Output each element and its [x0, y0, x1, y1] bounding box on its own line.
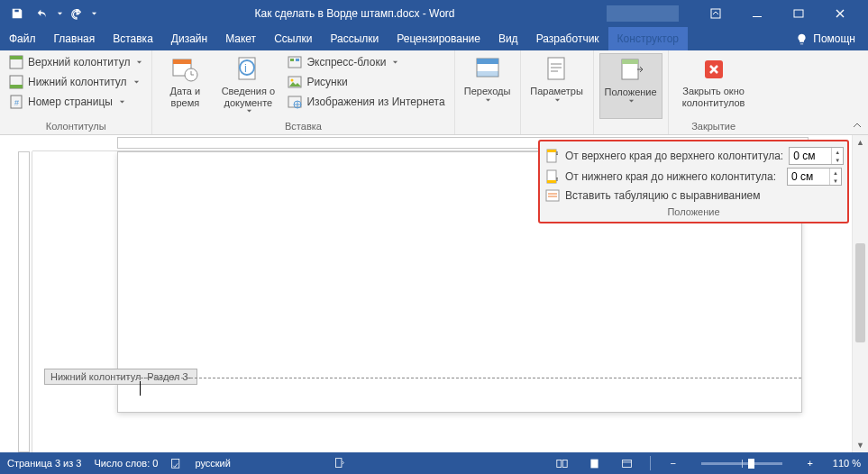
zoom-out-button[interactable]: −	[663, 455, 683, 471]
account-area[interactable]	[607, 5, 679, 22]
svg-point-19	[291, 79, 294, 82]
svg-rect-27	[622, 59, 638, 64]
svg-rect-17	[296, 59, 299, 61]
online-pictures-button[interactable]: Изображения из Интернета	[284, 93, 448, 111]
svg-rect-10	[173, 59, 191, 64]
footer-boundary	[118, 378, 801, 378]
ribbon-options-button[interactable]	[700, 2, 731, 25]
group-label	[461, 119, 515, 134]
date-time-button[interactable]: Дата и время	[158, 53, 212, 119]
tab-developer[interactable]: Разработчик	[527, 27, 608, 50]
header-button[interactable]: Верхний колонтитул	[5, 53, 146, 71]
transitions-icon	[473, 55, 502, 84]
chevron-down-icon	[136, 59, 142, 66]
svg-text:#: #	[14, 98, 19, 107]
options-icon	[543, 55, 571, 84]
undo-button[interactable]	[31, 2, 54, 25]
close-icon	[699, 55, 728, 84]
tab-design[interactable]: Дизайн	[162, 27, 216, 50]
spellcheck-icon[interactable]	[170, 457, 182, 470]
scroll-down[interactable]: ▼	[853, 438, 868, 452]
group-close: Закрыть окно колонтитулов Закрытие	[669, 50, 759, 134]
svg-rect-6	[10, 85, 23, 88]
tab-mailings[interactable]: Рассылки	[321, 27, 388, 50]
footer-button[interactable]: Нижний колонтитул	[5, 73, 146, 91]
svg-rect-36	[557, 460, 562, 467]
tab-view[interactable]: Вид	[489, 27, 527, 50]
chevron-down-icon	[119, 99, 125, 105]
track-changes-icon[interactable]	[333, 457, 345, 470]
header-from-top-row: От верхнего края до верхнего колонтитула…	[545, 147, 842, 165]
word-count[interactable]: Число слов: 0	[94, 458, 158, 469]
date-time-icon	[170, 55, 199, 84]
minimize-button[interactable]	[742, 2, 772, 25]
spin-down[interactable]: ▼	[832, 156, 843, 164]
redo-button[interactable]	[65, 2, 88, 25]
footer-from-bottom-input[interactable]: ▲▼	[787, 168, 842, 186]
chevron-down-icon	[485, 97, 491, 104]
close-header-footer-button[interactable]: Закрыть окно колонтитулов	[674, 53, 754, 119]
header-offset-icon	[545, 149, 560, 163]
chevron-down-icon	[554, 97, 561, 104]
group-options: Параметры	[521, 50, 594, 134]
insert-alignment-tab-button[interactable]: Вставить табуляцию с выравниванием	[545, 188, 842, 203]
group-navigation: Переходы	[455, 50, 521, 134]
zoom-in-button[interactable]: +	[800, 455, 820, 471]
tab-references[interactable]: Ссылки	[265, 27, 321, 50]
document-info-button[interactable]: i Сведения о документе	[215, 53, 280, 119]
tab-layout[interactable]: Макет	[216, 27, 265, 50]
scroll-thumb[interactable]	[855, 243, 865, 342]
options-button[interactable]: Параметры	[526, 53, 588, 119]
vertical-scrollbar[interactable]: ▲ ▼	[852, 135, 868, 452]
alignment-tab-icon	[545, 188, 560, 203]
spin-down[interactable]: ▼	[830, 177, 841, 185]
web-layout-button[interactable]	[617, 455, 637, 471]
qat-customize[interactable]	[90, 11, 97, 17]
language-indicator[interactable]: русский	[195, 458, 230, 469]
footer-zone[interactable]: Нижний колонтитул -Раздел 3-	[118, 360, 801, 414]
tell-me[interactable]: Помощн	[783, 27, 868, 50]
ribbon: Верхний колонтитул Нижний колонтитул #Но…	[0, 50, 868, 135]
chevron-down-icon	[133, 79, 140, 86]
page-indicator[interactable]: Страница 3 из 3	[7, 458, 81, 469]
spin-up[interactable]: ▲	[832, 148, 843, 156]
tab-insert[interactable]: Вставка	[104, 27, 162, 50]
scroll-up[interactable]: ▲	[853, 135, 868, 150]
group-label: Вставка	[158, 119, 448, 134]
transitions-button[interactable]: Переходы	[461, 53, 515, 119]
spin-up[interactable]: ▲	[830, 169, 841, 177]
page-number-button[interactable]: #Номер страницы	[5, 93, 146, 111]
pictures-button[interactable]: Рисунки	[284, 73, 448, 91]
zoom-level[interactable]: 110 %	[833, 458, 861, 469]
svg-rect-38	[591, 459, 598, 468]
header-from-top-input[interactable]: ▲▼	[789, 147, 844, 165]
zoom-slider[interactable]	[701, 462, 782, 465]
group-label: Закрытие	[674, 119, 754, 134]
pictures-icon	[288, 75, 302, 89]
read-mode-button[interactable]	[553, 455, 572, 471]
svg-rect-23	[477, 59, 498, 64]
print-layout-button[interactable]	[585, 455, 605, 471]
tell-me-label: Помощн	[813, 32, 855, 45]
undo-dropdown[interactable]	[56, 11, 63, 17]
tab-constructor[interactable]: Конструктор	[608, 27, 688, 50]
vertical-ruler[interactable]	[16, 151, 32, 452]
position-button[interactable]: Положение	[599, 53, 662, 119]
position-dropdown-panel: От верхнего края до верхнего колонтитула…	[538, 140, 849, 223]
position-icon	[617, 56, 645, 85]
tab-file[interactable]: Файл	[0, 27, 45, 50]
quick-parts-button[interactable]: Экспресс-блоки	[284, 53, 448, 71]
tab-home[interactable]: Главная	[45, 27, 105, 50]
svg-text:i: i	[244, 61, 247, 75]
header-from-top-value[interactable]	[790, 150, 831, 162]
maximize-button[interactable]	[783, 2, 814, 25]
save-button[interactable]	[5, 2, 29, 25]
tab-review[interactable]: Рецензирование	[388, 27, 489, 50]
group-insert: Дата и время i Сведения о документе Эксп…	[152, 50, 454, 134]
group-headers-footers: Верхний колонтитул Нижний колонтитул #Но…	[0, 50, 152, 134]
collapse-ribbon-icon[interactable]	[852, 120, 863, 131]
footer-from-bottom-value[interactable]	[788, 170, 829, 183]
status-bar: Страница 3 из 3 Число слов: 0 русский − …	[0, 452, 868, 474]
close-button[interactable]	[825, 2, 855, 25]
chevron-down-icon	[246, 108, 252, 114]
